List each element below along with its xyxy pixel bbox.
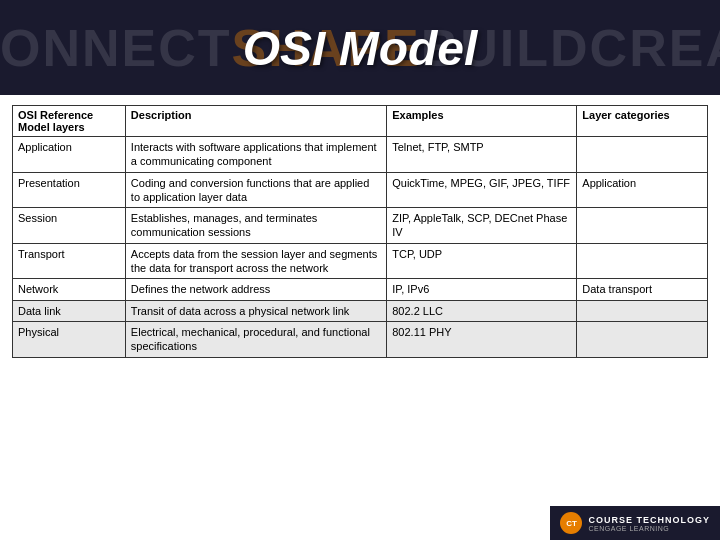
cell-examples: QuickTime, MPEG, GIF, JPEG, TIFF xyxy=(387,172,577,208)
cell-description: Transit of data across a physical networ… xyxy=(125,300,386,321)
osi-table-container: OSI ReferenceModel layers Description Ex… xyxy=(0,95,720,368)
cell-description: Accepts data from the session layer and … xyxy=(125,243,386,279)
page-title: OSI Model xyxy=(243,20,478,75)
cell-examples: Telnet, FTP, SMTP xyxy=(387,137,577,173)
header-banner: onnect Shape Build Create OSI Model xyxy=(0,0,720,95)
table-row: PresentationCoding and conversion functi… xyxy=(13,172,708,208)
cell-description: Electrical, mechanical, procedural, and … xyxy=(125,321,386,357)
osi-table: OSI ReferenceModel layers Description Ex… xyxy=(12,105,708,358)
cell-category xyxy=(577,137,708,173)
bg-word-create: Create xyxy=(590,18,720,78)
col-header-desc: Description xyxy=(125,106,386,137)
table-row: TransportAccepts data from the session l… xyxy=(13,243,708,279)
cell-category: Data transport xyxy=(577,279,708,300)
cell-examples: 802.2 LLC xyxy=(387,300,577,321)
table-row: NetworkDefines the network addressIP, IP… xyxy=(13,279,708,300)
cell-layer: Application xyxy=(13,137,126,173)
footer-text: COURSE TECHNOLOGY CENGAGE Learning xyxy=(588,515,710,532)
table-row: Data linkTransit of data across a physic… xyxy=(13,300,708,321)
brand-logo-icon: CT xyxy=(560,512,582,534)
brand-name: COURSE TECHNOLOGY xyxy=(588,515,710,525)
cell-description: Interacts with software applications tha… xyxy=(125,137,386,173)
cell-category xyxy=(577,243,708,279)
cell-category xyxy=(577,300,708,321)
cell-examples: TCP, UDP xyxy=(387,243,577,279)
table-row: ApplicationInteracts with software appli… xyxy=(13,137,708,173)
cell-category xyxy=(577,321,708,357)
cell-category xyxy=(577,208,708,244)
cell-category: Application xyxy=(577,172,708,208)
col-header-categories: Layer categories xyxy=(577,106,708,137)
col-header-examples: Examples xyxy=(387,106,577,137)
table-row: SessionEstablishes, manages, and termina… xyxy=(13,208,708,244)
footer: CT COURSE TECHNOLOGY CENGAGE Learning xyxy=(550,506,720,540)
cell-layer: Session xyxy=(13,208,126,244)
brand-sub: CENGAGE Learning xyxy=(588,525,710,532)
cell-layer: Presentation xyxy=(13,172,126,208)
cell-examples: ZIP, AppleTalk, SCP, DECnet Phase IV xyxy=(387,208,577,244)
cell-layer: Data link xyxy=(13,300,126,321)
cell-layer: Network xyxy=(13,279,126,300)
bg-word-connect: onnect xyxy=(0,18,232,78)
table-row: PhysicalElectrical, mechanical, procedur… xyxy=(13,321,708,357)
cell-layer: Transport xyxy=(13,243,126,279)
table-header-row: OSI ReferenceModel layers Description Ex… xyxy=(13,106,708,137)
col-header-layer: OSI ReferenceModel layers xyxy=(13,106,126,137)
cell-examples: IP, IPv6 xyxy=(387,279,577,300)
cell-description: Establishes, manages, and terminates com… xyxy=(125,208,386,244)
brand-icon-text: CT xyxy=(566,519,577,528)
cell-description: Coding and conversion functions that are… xyxy=(125,172,386,208)
cell-layer: Physical xyxy=(13,321,126,357)
cell-examples: 802.11 PHY xyxy=(387,321,577,357)
cell-description: Defines the network address xyxy=(125,279,386,300)
